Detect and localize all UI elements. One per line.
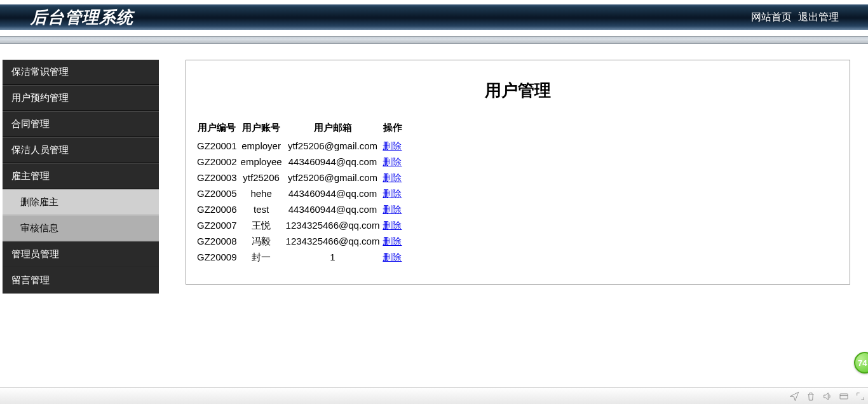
cell-user-email: 1234325466@qq.com bbox=[284, 233, 382, 249]
col-header-op: 操作 bbox=[381, 119, 404, 138]
user-table: 用户编号 用户账号 用户邮箱 操作 GZ20001employerytf2520… bbox=[195, 119, 404, 265]
cell-user-account: employer bbox=[239, 138, 284, 154]
delete-link[interactable]: 删除 bbox=[383, 172, 402, 183]
sidebar-item[interactable]: 合同管理 bbox=[3, 111, 159, 137]
cell-user-id: GZ20008 bbox=[195, 233, 239, 249]
cell-user-id: GZ20001 bbox=[195, 138, 239, 154]
cell-user-id: GZ20005 bbox=[195, 185, 239, 201]
sidebar-subitem[interactable]: 审核信息 bbox=[3, 215, 159, 241]
sidebar-nav: 保洁常识管理用户预约管理合同管理保洁人员管理雇主管理删除雇主审核信息管理员管理留… bbox=[3, 60, 159, 293]
sidebar-subitem[interactable]: 删除雇主 bbox=[3, 189, 159, 215]
sidebar-item[interactable]: 保洁常识管理 bbox=[3, 60, 159, 85]
table-header-row: 用户编号 用户账号 用户邮箱 操作 bbox=[195, 119, 404, 138]
main-panel: 用户管理 用户编号 用户账号 用户邮箱 操作 GZ20001employeryt… bbox=[186, 60, 850, 285]
cell-user-account: test bbox=[239, 201, 284, 217]
table-row: GZ20008冯毅1234325466@qq.com删除 bbox=[195, 233, 404, 249]
header-links: 网站首页 退出管理 bbox=[747, 11, 868, 24]
cell-user-email: 443460944@qq.com bbox=[284, 154, 382, 170]
header-bar: 后台管理系统 网站首页 退出管理 bbox=[0, 4, 868, 30]
cell-user-account: 冯毅 bbox=[239, 233, 284, 249]
cell-user-account: hehe bbox=[239, 185, 284, 201]
delete-link[interactable]: 删除 bbox=[383, 204, 402, 215]
logout-link[interactable]: 退出管理 bbox=[798, 11, 839, 22]
table-row: GZ20009封一1删除 bbox=[195, 249, 404, 265]
cell-user-account: ytf25206 bbox=[239, 170, 284, 185]
sidebar-item[interactable]: 留言管理 bbox=[3, 267, 159, 293]
delete-link[interactable]: 删除 bbox=[383, 252, 402, 262]
cell-user-email: 1234325466@qq.com bbox=[284, 217, 382, 233]
separator-bar bbox=[0, 36, 868, 44]
table-row: GZ20007王悦1234325466@qq.com删除 bbox=[195, 217, 404, 233]
table-row: GZ20005hehe443460944@qq.com删除 bbox=[195, 185, 404, 201]
cell-user-email: 443460944@qq.com bbox=[284, 185, 382, 201]
table-row: GZ20003ytf25206ytf25206@gmail.com删除 bbox=[195, 170, 404, 185]
delete-link[interactable]: 删除 bbox=[383, 220, 402, 231]
delete-link[interactable]: 删除 bbox=[383, 188, 402, 199]
cell-op: 删除 bbox=[381, 233, 404, 249]
cell-op: 删除 bbox=[381, 154, 404, 170]
cell-user-id: GZ20009 bbox=[195, 249, 239, 265]
sidebar-item[interactable]: 管理员管理 bbox=[3, 241, 159, 267]
panel-title: 用户管理 bbox=[195, 79, 841, 102]
table-row: GZ20002employee443460944@qq.com删除 bbox=[195, 154, 404, 170]
delete-link[interactable]: 删除 bbox=[383, 156, 402, 167]
home-link[interactable]: 网站首页 bbox=[751, 11, 792, 22]
cell-op: 删除 bbox=[381, 201, 404, 217]
cell-op: 删除 bbox=[381, 170, 404, 185]
cell-user-account: 封一 bbox=[239, 249, 284, 265]
table-row: GZ20006test443460944@qq.com删除 bbox=[195, 201, 404, 217]
sidebar-item[interactable]: 用户预约管理 bbox=[3, 85, 159, 111]
cell-user-email: 443460944@qq.com bbox=[284, 201, 382, 217]
cell-user-id: GZ20002 bbox=[195, 154, 239, 170]
cell-op: 删除 bbox=[381, 249, 404, 265]
cell-user-email: 1 bbox=[284, 249, 382, 265]
cell-user-email: ytf25206@gmail.com bbox=[284, 138, 382, 154]
col-header-account: 用户账号 bbox=[239, 119, 284, 138]
cell-op: 删除 bbox=[381, 138, 404, 154]
cell-user-email: ytf25206@gmail.com bbox=[284, 170, 382, 185]
cell-user-account: employee bbox=[239, 154, 284, 170]
col-header-email: 用户邮箱 bbox=[284, 119, 382, 138]
app-title: 后台管理系统 bbox=[31, 6, 133, 29]
delete-link[interactable]: 删除 bbox=[383, 236, 402, 246]
cell-op: 删除 bbox=[381, 185, 404, 201]
sidebar-item[interactable]: 保洁人员管理 bbox=[3, 137, 159, 163]
sidebar-item[interactable]: 雇主管理 bbox=[3, 163, 159, 189]
cell-op: 删除 bbox=[381, 217, 404, 233]
col-header-id: 用户编号 bbox=[195, 119, 239, 138]
cell-user-account: 王悦 bbox=[239, 217, 284, 233]
cell-user-id: GZ20007 bbox=[195, 217, 239, 233]
table-row: GZ20001employerytf25206@gmail.com删除 bbox=[195, 138, 404, 154]
delete-link[interactable]: 删除 bbox=[383, 140, 402, 151]
cell-user-id: GZ20006 bbox=[195, 201, 239, 217]
cell-user-id: GZ20003 bbox=[195, 170, 239, 185]
